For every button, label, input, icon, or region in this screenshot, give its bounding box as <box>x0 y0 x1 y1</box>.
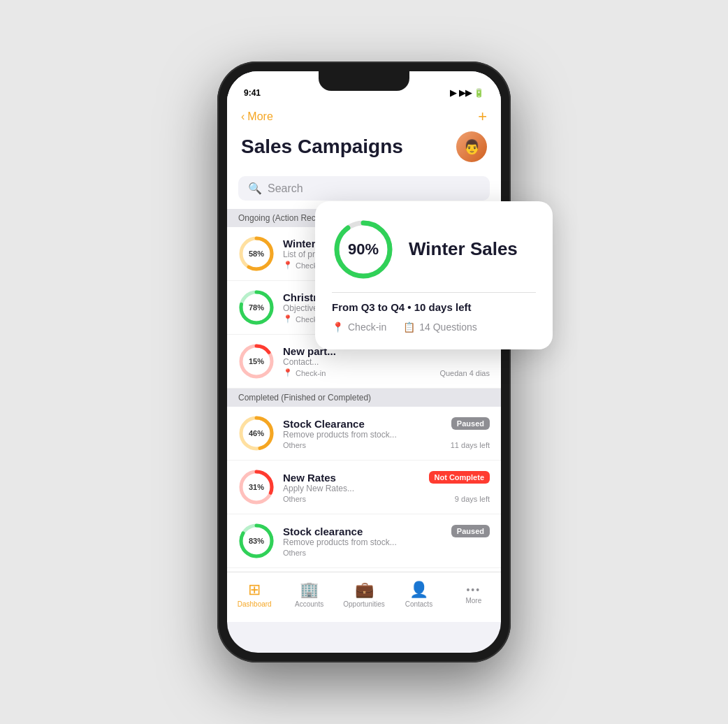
tooltip-divider <box>332 292 536 293</box>
percent-label: 83% <box>249 537 264 545</box>
days-left: 9 days left <box>455 495 490 503</box>
campaign-name: Stock Clearance <box>283 418 365 430</box>
top-nav: ‹ More + <box>227 102 501 129</box>
percent-label: 31% <box>249 483 264 491</box>
search-input[interactable]: 🔍 Search <box>238 176 490 201</box>
phone-wrapper: 9:41 ▶ ▶▶ 🔋 ‹ More + Sales Campaigns 👨 <box>217 61 511 663</box>
progress-circle-31: 31% <box>238 469 275 505</box>
campaign-info: Stock Clearance Paused Remove products f… <box>283 417 490 449</box>
tooltip-date: From Q3 to Q4 • 10 days left <box>332 301 536 313</box>
percent-label: 78% <box>249 303 264 312</box>
nav-label: Opportunities <box>343 600 384 608</box>
contacts-icon: 👤 <box>409 581 428 599</box>
pin-icon: 📍 <box>283 368 293 377</box>
progress-circle-58: 58% <box>238 236 275 272</box>
phone-frame: 9:41 ▶ ▶▶ 🔋 ‹ More + Sales Campaigns 👨 <box>217 61 511 663</box>
list-item[interactable]: 46% Stock Clearance Paused Remove produc… <box>227 407 501 461</box>
progress-circle-46: 46% <box>238 415 275 451</box>
notch <box>319 71 409 91</box>
progress-circle-83: 83% <box>238 523 275 559</box>
nav-label: More <box>465 597 481 604</box>
header-row: Sales Campaigns 👨 <box>227 129 501 171</box>
campaign-meta: Others 11 days left <box>283 441 490 449</box>
questions-icon: 📋 <box>403 321 415 333</box>
category-label: Others <box>283 441 306 449</box>
nav-item-opportunities[interactable]: 💼 Opportunities <box>337 572 391 616</box>
progress-circle-78: 78% <box>238 289 275 326</box>
list-item[interactable]: 31% New Rates Not Complete Apply New Rat… <box>227 461 501 514</box>
status-badge: Paused <box>451 417 490 430</box>
campaign-desc: Contact... <box>283 357 490 367</box>
status-icons: ▶ ▶▶ 🔋 <box>450 88 484 98</box>
campaign-desc: Remove products from stock... <box>283 537 490 547</box>
tooltip-actions: 📍 Check-in 📋 14 Questions <box>332 321 536 333</box>
days-left: 11 days left <box>451 441 490 449</box>
checkin-label: Check-in <box>296 369 326 377</box>
search-placeholder: Search <box>268 182 303 195</box>
nav-item-more[interactable]: ••• More <box>446 572 501 616</box>
back-button[interactable]: ‹ More <box>241 110 273 123</box>
campaign-name: New Rates <box>283 472 336 484</box>
campaign-meta: 📍 Check-in Quedan 4 dias <box>283 368 490 377</box>
tooltip-percent: 90% <box>348 240 379 259</box>
pin-icon: 📍 <box>283 314 293 324</box>
progress-circle-15: 15% <box>238 343 275 379</box>
percent-label: 58% <box>249 249 264 258</box>
chevron-left-icon: ‹ <box>241 110 245 123</box>
nav-item-accounts[interactable]: 🏢 Accounts <box>282 572 336 616</box>
category-label: Others <box>283 495 306 503</box>
more-icon: ••• <box>466 584 481 595</box>
tooltip-questions[interactable]: 📋 14 Questions <box>403 321 477 333</box>
quedan-label: Quedan 4 dias <box>439 369 490 377</box>
opportunities-icon: 💼 <box>355 581 374 599</box>
add-button[interactable]: + <box>478 108 487 126</box>
tooltip-card: 90% Winter Sales From Q3 to Q4 • 10 days… <box>315 201 553 349</box>
pin-icon: 📍 <box>332 321 344 333</box>
campaign-info: New part... Contact... 📍 Check-in Quedan… <box>283 345 490 377</box>
time: 9:41 <box>244 88 261 98</box>
campaign-info: New Rates Not Complete Apply New Rates..… <box>283 471 490 503</box>
questions-label: 14 Questions <box>419 321 477 333</box>
page-title: Sales Campaigns <box>241 136 403 158</box>
status-badge: Paused <box>451 525 490 537</box>
tooltip-checkin[interactable]: 📍 Check-in <box>332 321 386 333</box>
tooltip-title: Winter Sales <box>409 238 518 260</box>
campaign-desc: Remove products from stock... <box>283 430 490 440</box>
accounts-icon: 🏢 <box>300 581 319 599</box>
pin-icon: 📍 <box>283 261 293 270</box>
nav-item-contacts[interactable]: 👤 Contacts <box>391 572 446 616</box>
nav-label: Accounts <box>295 600 323 608</box>
dashboard-icon: ⊞ <box>248 581 261 599</box>
bottom-nav: ⊞ Dashboard 🏢 Accounts 💼 Opportunities 👤… <box>227 572 501 622</box>
tooltip-top: 90% Winter Sales <box>332 218 536 281</box>
campaign-desc: Apply New Rates... <box>283 484 490 493</box>
back-label: More <box>247 110 272 123</box>
checkin-label: Check-in <box>348 321 386 333</box>
status-badge: Not Complete <box>429 471 490 484</box>
campaign-meta: Others <box>283 549 490 557</box>
campaign-info: Stock clearance Paused Remove products f… <box>283 525 490 557</box>
nav-label: Dashboard <box>238 600 272 608</box>
percent-label: 15% <box>249 357 264 365</box>
nav-label: Contacts <box>405 600 432 608</box>
tooltip-circle: 90% <box>332 218 395 281</box>
nav-item-dashboard[interactable]: ⊞ Dashboard <box>227 572 282 616</box>
campaign-meta: Others 9 days left <box>283 495 490 503</box>
search-icon: 🔍 <box>248 182 262 195</box>
phone-screen: 9:41 ▶ ▶▶ 🔋 ‹ More + Sales Campaigns 👨 <box>227 71 501 653</box>
category-label: Others <box>283 549 306 557</box>
section-header-completed: Completed (Finished or Completed) <box>227 389 501 407</box>
percent-label: 46% <box>249 429 264 437</box>
list-item[interactable]: 83% Stock clearance Paused Remove produc… <box>227 514 501 568</box>
campaign-name: Stock clearance <box>283 526 363 537</box>
avatar[interactable]: 👨 <box>456 131 487 162</box>
